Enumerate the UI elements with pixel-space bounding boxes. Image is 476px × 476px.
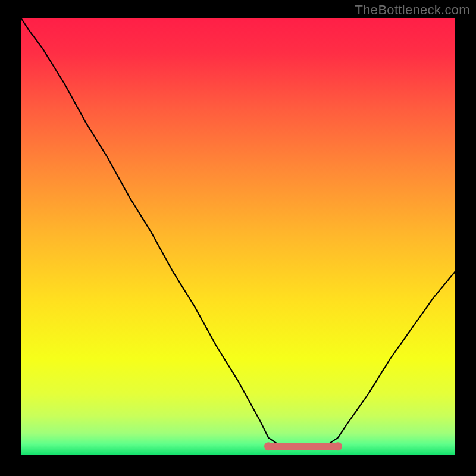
flat-segment-endpoint (264, 442, 273, 450)
plot-area (21, 18, 455, 455)
flat-segment (264, 442, 342, 450)
watermark-text: TheBottleneck.com (355, 2, 470, 18)
chart-stage: TheBottleneck.com (0, 0, 476, 476)
flat-segment-endpoint (334, 442, 342, 450)
gradient-rect (21, 18, 455, 455)
chart-svg (21, 18, 455, 455)
